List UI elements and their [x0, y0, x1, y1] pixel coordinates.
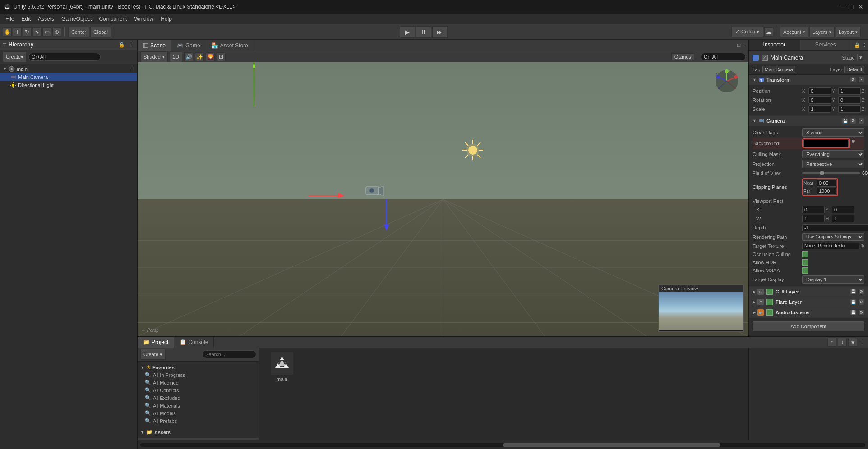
menu-edit[interactable]: Edit: [18, 15, 34, 23]
background-color-swatch[interactable]: [803, 140, 849, 147]
bottom-scrollbar[interactable]: [140, 443, 865, 447]
rendering-path-dropdown[interactable]: Use Graphics Settings: [802, 233, 864, 241]
fov-slider[interactable]: [802, 172, 860, 174]
transform-component-header[interactable]: ▼ T Transform ⚙ ⋮: [749, 75, 868, 85]
pos-x-input[interactable]: [808, 87, 831, 95]
gizmos-button[interactable]: Gizmos: [671, 53, 694, 60]
fav-all-modified[interactable]: 🔍 All Modified: [138, 379, 259, 386]
view-panel-menu[interactable]: ⋮: [742, 42, 748, 48]
audio-listener-save-icon[interactable]: 💾: [850, 309, 856, 316]
gui-layer-settings-icon[interactable]: ⚙: [858, 289, 864, 295]
transform-settings-icon[interactable]: ⚙: [850, 77, 856, 83]
rotate-tool[interactable]: ↻: [23, 27, 32, 37]
collab-button[interactable]: ✓ Collab ▾: [731, 27, 763, 37]
close-button[interactable]: ✕: [857, 3, 864, 10]
allow-hdr-checkbox[interactable]: ✓: [802, 259, 808, 266]
clear-flags-dropdown[interactable]: Skybox: [802, 128, 864, 137]
menu-file[interactable]: File: [2, 15, 18, 23]
cloud-button[interactable]: ☁: [764, 27, 773, 37]
rot-y-input[interactable]: [838, 96, 861, 104]
occlusion-culling-checkbox[interactable]: ✓: [802, 251, 808, 257]
camera-component-header[interactable]: ▼ Camera 💾 ⚙ ⋮: [749, 116, 868, 126]
move-tool[interactable]: ✛: [13, 27, 22, 37]
bottom-star-icon[interactable]: ★: [848, 338, 857, 347]
pause-button[interactable]: ⏸: [416, 26, 431, 38]
gui-layer-header[interactable]: ▶ G ✓ GUI Layer 💾 ⚙: [749, 287, 868, 297]
hierarchy-search[interactable]: [28, 53, 101, 61]
scale-tool[interactable]: ⤡: [32, 27, 42, 37]
inspector-menu-button[interactable]: ⋮: [861, 40, 868, 50]
play-button[interactable]: ▶: [400, 26, 415, 38]
maximize-button[interactable]: □: [848, 3, 855, 10]
2d-button[interactable]: 2D: [170, 51, 182, 62]
shading-dropdown[interactable]: Shaded: [140, 51, 168, 62]
menu-component[interactable]: Component: [95, 15, 130, 23]
center-button[interactable]: Center: [68, 27, 89, 37]
allow-msaa-checkbox[interactable]: ✓: [802, 267, 808, 274]
projection-dropdown[interactable]: Perspective Orthographic: [802, 160, 864, 168]
fav-all-excluded[interactable]: 🔍 All Excluded: [138, 394, 259, 402]
audio-listener-settings-icon[interactable]: ⚙: [858, 309, 864, 316]
account-button[interactable]: Account: [780, 27, 808, 37]
view-panel-maximize[interactable]: ⊡: [736, 42, 742, 48]
bottom-menu-button[interactable]: ⋮: [859, 339, 865, 345]
flare-layer-settings-icon[interactable]: ⚙: [858, 299, 864, 305]
gui-layer-enabled-checkbox[interactable]: ✓: [766, 289, 773, 295]
fav-all-models[interactable]: 🔍 All Models: [138, 409, 259, 417]
add-component-button[interactable]: Add Component: [753, 321, 864, 331]
layout-button[interactable]: Layout: [836, 27, 861, 37]
fav-all-conflicts[interactable]: 🔍 All Conflicts: [138, 386, 259, 394]
scene-image-icon[interactable]: 🌄: [206, 52, 215, 61]
flare-layer-enabled-checkbox[interactable]: ✓: [766, 299, 773, 305]
gizmos-search[interactable]: [701, 53, 746, 61]
hierarchy-item-main-camera[interactable]: Main Camera: [0, 73, 137, 81]
gui-layer-save-icon[interactable]: 💾: [850, 289, 856, 295]
menu-help[interactable]: Help: [157, 15, 175, 23]
rect-tool[interactable]: ▭: [42, 27, 51, 37]
viewport-w-input[interactable]: [802, 215, 825, 222]
minimize-button[interactable]: ─: [839, 3, 846, 10]
transform-context-icon[interactable]: ⋮: [858, 77, 864, 83]
scene-audio-icon[interactable]: 🔊: [184, 52, 193, 61]
far-input[interactable]: [817, 188, 837, 195]
step-button[interactable]: ⏭: [432, 26, 448, 38]
asset-store-tab[interactable]: 🏪 Asset Store: [206, 40, 254, 51]
hierarchy-menu-button[interactable]: ⋮: [128, 42, 134, 48]
scale-x-input[interactable]: [808, 105, 831, 113]
pos-y-input[interactable]: [838, 87, 861, 95]
object-enabled-checkbox[interactable]: ✓: [762, 55, 768, 61]
inspector-lock-button[interactable]: 🔒: [853, 40, 861, 50]
flare-layer-header[interactable]: ▶ F ✓ Flare Layer 💾 ⚙: [749, 297, 868, 307]
menu-assets[interactable]: Assets: [34, 15, 58, 23]
static-dropdown[interactable]: ▾: [857, 54, 864, 61]
window-controls[interactable]: ─ □ ✕: [839, 3, 864, 10]
menu-gameobject[interactable]: GameObject: [58, 15, 95, 23]
project-create-button[interactable]: Create ▾: [140, 349, 166, 360]
rot-x-input[interactable]: [808, 96, 831, 104]
camera-settings-icon[interactable]: ⚙: [850, 118, 856, 124]
viewport-y-input[interactable]: [832, 206, 854, 213]
background-eyedropper-icon[interactable]: ⊕: [851, 138, 855, 144]
audio-listener-header[interactable]: ▶ 🔊 ✓ Audio Listener 💾 ⚙: [749, 307, 868, 317]
near-input[interactable]: [817, 179, 837, 187]
viewport-x-input[interactable]: [802, 206, 825, 213]
fav-all-prefabs[interactable]: 🔍 All Prefabs: [138, 417, 259, 425]
tag-dropdown[interactable]: MainCamera: [762, 66, 795, 73]
bottom-search-icon[interactable]: ↓: [838, 338, 847, 347]
target-texture-field[interactable]: None (Render Textu: [802, 243, 859, 249]
fav-all-materials[interactable]: 🔍 All Materials: [138, 402, 259, 409]
audio-listener-enabled-checkbox[interactable]: ✓: [766, 309, 773, 316]
project-tab[interactable]: 📁 Project: [138, 337, 174, 348]
scene-viewport[interactable]: Y X Z: [138, 62, 748, 336]
viewport-h-input[interactable]: [832, 215, 854, 222]
scene-fx-icon[interactable]: ✨: [195, 52, 204, 61]
hierarchy-lock-button[interactable]: 🔒: [118, 42, 126, 48]
flare-layer-save-icon[interactable]: 💾: [850, 299, 856, 305]
menu-window[interactable]: Window: [130, 15, 157, 23]
hierarchy-item-directional-light[interactable]: Directional Light: [0, 81, 137, 89]
inspector-tab[interactable]: Inspector: [749, 40, 800, 50]
console-tab[interactable]: 📋 Console: [174, 337, 214, 348]
create-button[interactable]: Create▾: [3, 51, 27, 62]
scene-tab[interactable]: Scene: [138, 40, 171, 51]
camera-context-icon[interactable]: ⋮: [858, 118, 864, 124]
